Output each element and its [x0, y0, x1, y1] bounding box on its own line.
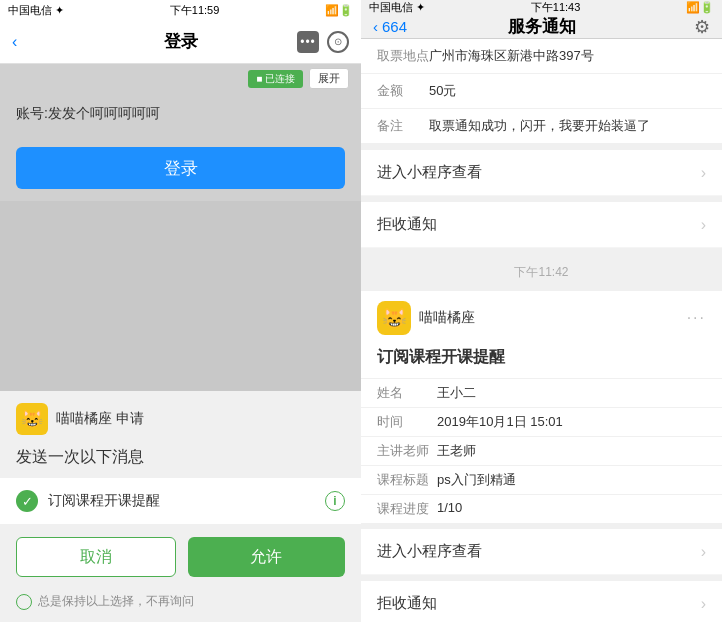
- page-title-left: 登录: [164, 30, 198, 53]
- connected-badge: ■ 已连接: [248, 70, 303, 88]
- msg-row-3: 课程标题 ps入门到精通: [361, 465, 722, 494]
- msg-more-icon[interactable]: ···: [687, 309, 706, 327]
- msg-label-3: 课程标题: [377, 471, 437, 489]
- back-chevron-right: ‹: [373, 18, 378, 35]
- ticket-label-1: 金额: [377, 82, 429, 100]
- header-left: ‹ 登录 ••• ⊙: [0, 20, 361, 64]
- back-button-left[interactable]: ‹: [12, 33, 17, 51]
- status-bar-left: 中国电信 ✦ 下午11:59 📶🔋: [0, 0, 361, 20]
- account-text: 账号:发发个呵呵呵呵呵: [16, 105, 160, 121]
- login-button[interactable]: 登录: [16, 147, 345, 189]
- connected-bar: ■ 已连接 展开: [0, 64, 361, 93]
- perm-app-name: 喵喵橘座 申请: [56, 410, 144, 428]
- msg-value-0: 王小二: [437, 384, 476, 402]
- chevron-icon-3: ›: [701, 595, 706, 613]
- perm-desc: 发送一次以下消息: [0, 443, 361, 478]
- msg-row-0: 姓名 王小二: [361, 378, 722, 407]
- ticket-row-0: 取票地点 广州市海珠区新港中路397号: [361, 39, 722, 74]
- ticket-label-0: 取票地点: [377, 47, 429, 65]
- ticket-value-2: 取票通知成功，闪开，我要开始装逼了: [429, 117, 706, 135]
- action-label-enter-mini-0: 进入小程序查看: [377, 163, 482, 182]
- expand-button[interactable]: 展开: [309, 68, 349, 89]
- ticket-value-1: 50元: [429, 82, 706, 100]
- chevron-icon-2: ›: [701, 543, 706, 561]
- header-right: ‹ 664 服务通知 ⚙: [361, 15, 722, 39]
- perm-check-icon: ✓: [16, 490, 38, 512]
- chevron-icon-0: ›: [701, 164, 706, 182]
- msg-header: 😸 喵喵橘座 ···: [361, 291, 722, 341]
- ticket-row-2: 备注 取票通知成功，闪开，我要开始装逼了: [361, 109, 722, 144]
- page-title-right: 服务通知: [508, 15, 576, 38]
- msg-value-1: 2019年10月1日 15:01: [437, 413, 563, 431]
- ticket-value-0: 广州市海珠区新港中路397号: [429, 47, 706, 65]
- cancel-button[interactable]: 取消: [16, 537, 176, 577]
- right-panel: 中国电信 ✦ 下午11:43 📶🔋 ‹ 664 服务通知 ⚙ 取票地点 广州市海…: [361, 0, 722, 622]
- circle-label: ⊙: [334, 36, 342, 47]
- ticket-row-1: 金额 50元: [361, 74, 722, 109]
- msg-label-4: 课程进度: [377, 500, 437, 518]
- msg-value-2: 王老师: [437, 442, 476, 460]
- perm-remember-row: 总是保持以上选择，不再询问: [0, 589, 361, 622]
- time-divider: 下午11:42: [361, 254, 722, 291]
- login-btn-section: 登录: [0, 135, 361, 201]
- perm-item: ✓ 订阅课程开课提醒 i: [0, 478, 361, 524]
- action-row-enter-mini-0[interactable]: 进入小程序查看 ›: [361, 150, 722, 196]
- gray-spacer: [0, 201, 361, 391]
- back-button-right[interactable]: ‹ 664: [373, 18, 407, 35]
- carrier-left: 中国电信 ✦: [8, 3, 64, 18]
- time-left: 下午11:59: [170, 3, 220, 18]
- circle-icon[interactable]: ⊙: [327, 31, 349, 53]
- msg-row-4: 课程进度 1/10: [361, 494, 722, 523]
- allow-button[interactable]: 允许: [188, 537, 346, 577]
- action-label-reject-0: 拒收通知: [377, 215, 437, 234]
- msg-label-0: 姓名: [377, 384, 437, 402]
- icons-right: 📶🔋: [686, 1, 714, 14]
- ticket-label-2: 备注: [377, 117, 429, 135]
- account-section: 账号:发发个呵呵呵呵呵: [0, 93, 361, 135]
- msg-row-2: 主讲老师 王老师: [361, 436, 722, 465]
- action-label-enter-mini-1: 进入小程序查看: [377, 542, 482, 561]
- action-row-reject-0[interactable]: 拒收通知 ›: [361, 202, 722, 248]
- back-chevron-left: ‹: [12, 33, 17, 51]
- perm-app-row: 😸 喵喵橘座 申请: [0, 391, 361, 443]
- gear-icon[interactable]: ⚙: [694, 16, 710, 38]
- action-row-enter-mini-1[interactable]: 进入小程序查看 ›: [361, 529, 722, 575]
- icons-left: 📶🔋: [325, 4, 353, 17]
- time-right: 下午11:43: [531, 0, 581, 15]
- perm-remember-text: 总是保持以上选择，不再询问: [38, 593, 194, 610]
- chevron-icon-1: ›: [701, 216, 706, 234]
- msg-value-3: ps入门到精通: [437, 471, 516, 489]
- msg-title: 订阅课程开课提醒: [361, 341, 722, 378]
- back-num: 664: [382, 18, 407, 35]
- action-label-reject-1: 拒收通知: [377, 594, 437, 613]
- dots-label: •••: [300, 35, 316, 49]
- permission-dialog: 😸 喵喵橘座 申请 发送一次以下消息 ✓ 订阅课程开课提醒 i 取消 允许 总是…: [0, 391, 361, 622]
- ticket-card: 取票地点 广州市海珠区新港中路397号 金额 50元 备注 取票通知成功，闪开，…: [361, 39, 722, 144]
- perm-info-icon[interactable]: i: [325, 491, 345, 511]
- carrier-right: 中国电信 ✦: [369, 0, 425, 15]
- perm-item-text: 订阅课程开课提醒: [48, 492, 315, 510]
- header-right-icons: ••• ⊙: [297, 31, 349, 53]
- dots-icon[interactable]: •••: [297, 31, 319, 53]
- msg-app-name: 喵喵橘座: [419, 309, 679, 327]
- perm-radio[interactable]: [16, 594, 32, 610]
- left-panel: 中国电信 ✦ 下午11:59 📶🔋 ‹ 登录 ••• ⊙ ■ 已连接 展开 账号…: [0, 0, 361, 622]
- msg-value-4: 1/10: [437, 500, 462, 518]
- action-row-reject-1[interactable]: 拒收通知 ›: [361, 581, 722, 622]
- status-bar-right: 中国电信 ✦ 下午11:43 📶🔋: [361, 0, 722, 15]
- msg-label-1: 时间: [377, 413, 437, 431]
- msg-avatar: 😸: [377, 301, 411, 335]
- msg-label-2: 主讲老师: [377, 442, 437, 460]
- msg-row-1: 时间 2019年10月1日 15:01: [361, 407, 722, 436]
- perm-avatar: 😸: [16, 403, 48, 435]
- msg-card: 😸 喵喵橘座 ··· 订阅课程开课提醒 姓名 王小二 时间 2019年10月1日…: [361, 291, 722, 523]
- perm-actions: 取消 允许: [0, 525, 361, 589]
